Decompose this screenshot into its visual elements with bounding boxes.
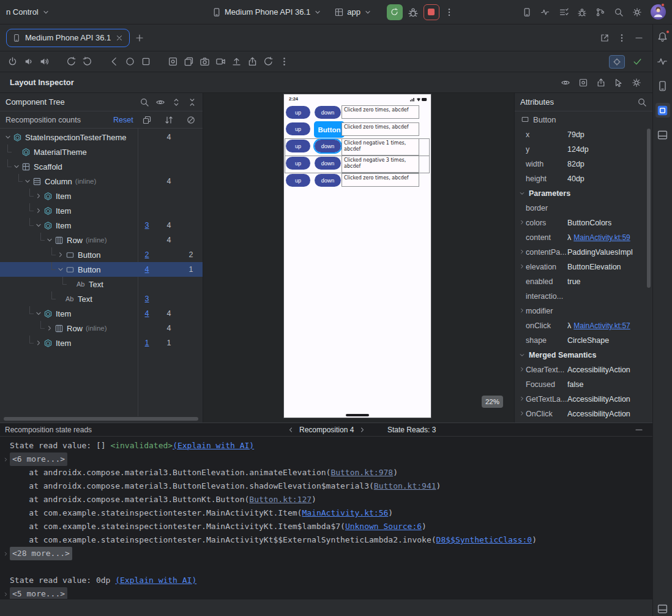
tree-node-item[interactable]: Item34 xyxy=(0,218,203,233)
up-button[interactable]: up xyxy=(286,140,310,152)
power-icon[interactable] xyxy=(7,56,18,67)
tree-node-row[interactable]: Row(inline)4 xyxy=(0,321,203,336)
volume-down-icon[interactable] xyxy=(23,56,34,67)
attr-row-focused[interactable]: Focusedfalse xyxy=(515,377,652,392)
open-in-window-icon[interactable] xyxy=(600,33,610,43)
toolwindow-device-manager-button[interactable] xyxy=(655,78,670,93)
attr-row-onclick[interactable]: onClickλMainActivity.kt:57 xyxy=(515,318,652,333)
sort-counts-icon[interactable] xyxy=(164,115,174,125)
upload-icon[interactable] xyxy=(231,56,242,67)
recomposition-count-link[interactable]: 1 xyxy=(140,336,154,350)
attr-row-border[interactable]: border xyxy=(515,201,652,216)
attr-row-width[interactable]: width82dp xyxy=(515,157,652,171)
tree-node-button[interactable]: Button41 xyxy=(0,262,203,277)
up-button[interactable]: up xyxy=(286,174,310,187)
chevron-down-icon[interactable] xyxy=(45,236,54,244)
expand-icon[interactable] xyxy=(518,307,526,314)
source-location-link[interactable]: Button.kt:978 xyxy=(330,466,393,479)
source-location-link[interactable]: Unknown Source:6 xyxy=(345,520,422,533)
tree-node-text[interactable]: AbText3 xyxy=(0,291,203,306)
recomposition-counts-icon[interactable] xyxy=(142,115,152,125)
expand-fold-icon[interactable] xyxy=(2,550,10,557)
toolwindow-profiler-button[interactable] xyxy=(655,54,670,69)
attr-row-enabled[interactable]: enabledtrue xyxy=(515,274,652,289)
prev-recomposition-icon[interactable] xyxy=(286,426,295,434)
fold-toggle[interactable]: <6 more...> xyxy=(10,453,67,466)
rerun-button[interactable] xyxy=(387,4,403,20)
highlighted-button[interactable]: Button xyxy=(314,121,345,138)
horizontal-scrollbar[interactable] xyxy=(4,417,198,421)
attr-row-gettextla[interactable]: GetTextLa...AccessibilityAction xyxy=(515,392,652,407)
chevron-right-icon[interactable] xyxy=(45,324,54,332)
chevron-right-icon[interactable] xyxy=(34,339,43,347)
source-location-link[interactable]: MainActivity.kt:57 xyxy=(573,321,630,330)
expand-fold-icon[interactable] xyxy=(2,456,10,463)
expand-icon[interactable] xyxy=(518,248,526,255)
attr-row-contentpa[interactable]: contentPa...PaddingValuesImpl xyxy=(515,245,652,260)
gradle-icon[interactable] xyxy=(595,7,605,17)
snapshot-compare-icon[interactable] xyxy=(184,56,194,67)
reset-icon[interactable] xyxy=(263,56,274,67)
rotate-left-icon[interactable] xyxy=(66,56,77,67)
more-options-icon[interactable] xyxy=(617,33,627,43)
up-button[interactable]: up xyxy=(286,106,310,119)
view-options-icon[interactable] xyxy=(561,78,570,88)
tree-node-column[interactable]: Column(inline)4 xyxy=(0,174,203,189)
hide-panel-icon[interactable] xyxy=(634,425,644,435)
toolwindow-tool-window-layout-button[interactable] xyxy=(655,601,670,616)
recomposition-count-link[interactable]: 4 xyxy=(140,306,154,321)
hide-toolwindow-icon[interactable] xyxy=(634,33,644,43)
attr-section-parameters[interactable]: Parameters xyxy=(515,186,652,201)
section-collapse-icon[interactable] xyxy=(518,190,526,197)
inspector-settings-icon[interactable] xyxy=(632,78,641,88)
collapse-all-icon[interactable] xyxy=(187,97,197,107)
chevron-down-icon[interactable] xyxy=(4,133,12,141)
attr-row-elevation[interactable]: elevationButtonElevation xyxy=(515,260,652,274)
fold-toggle[interactable]: <5 more...> xyxy=(10,587,67,599)
attr-row-interactio[interactable]: interactio... xyxy=(515,289,652,304)
device-selector[interactable]: Medium Phone API 36.1 xyxy=(208,5,326,20)
next-recomposition-icon[interactable] xyxy=(358,426,367,434)
vertical-scrollbar[interactable] xyxy=(647,129,651,288)
source-location-link[interactable]: MainActivity.kt:56 xyxy=(302,506,388,520)
visibility-icon[interactable] xyxy=(155,97,165,107)
chevron-down-icon[interactable] xyxy=(56,265,65,274)
rotate-right-icon[interactable] xyxy=(82,56,92,67)
user-avatar[interactable] xyxy=(651,4,666,20)
down-button-selected[interactable]: down xyxy=(315,140,341,152)
attr-row-content[interactable]: contentλMainActivity.kt:59 xyxy=(515,230,652,245)
expand-icon[interactable] xyxy=(518,219,526,226)
expand-icon[interactable] xyxy=(518,395,526,402)
chevron-down-icon[interactable] xyxy=(34,221,43,230)
attr-row-y[interactable]: y124dp xyxy=(515,142,652,157)
attr-expand-toggle[interactable] xyxy=(518,410,526,419)
source-location-link[interactable]: MainActivity.kt:59 xyxy=(573,233,630,242)
export-snapshot-icon[interactable] xyxy=(596,78,606,88)
stop-button[interactable] xyxy=(424,4,439,20)
tree-node-materialtheme[interactable]: MaterialTheme xyxy=(0,145,203,159)
back-icon[interactable] xyxy=(109,56,119,67)
attr-row-shape[interactable]: shapeCircleShape xyxy=(515,333,652,348)
toolwindow-notifications-button[interactable] xyxy=(655,29,670,44)
expand-icon[interactable] xyxy=(518,366,526,373)
record-video-icon[interactable] xyxy=(215,56,226,67)
settings-icon[interactable] xyxy=(632,7,642,17)
more-icon[interactable] xyxy=(279,56,289,67)
debug-icon[interactable] xyxy=(408,7,419,18)
tree-node-item[interactable]: Item xyxy=(0,203,203,218)
fold-toggle[interactable]: <28 more...> xyxy=(10,547,72,560)
chevron-right-icon[interactable] xyxy=(34,206,43,215)
chevron-right-icon[interactable] xyxy=(34,192,43,200)
down-button[interactable]: down xyxy=(315,106,341,119)
attr-row-cleartext[interactable]: ClearText...AccessibilityAction xyxy=(515,362,652,377)
tree-node-button[interactable]: Button22 xyxy=(0,247,203,262)
attr-row-modifier[interactable]: modifier xyxy=(515,304,652,318)
volume-up-icon[interactable] xyxy=(39,56,50,67)
chevron-down-icon[interactable] xyxy=(34,309,43,318)
attr-row-onclick[interactable]: OnClickAccessibilityAction xyxy=(515,407,652,421)
toolwindow-layout-inspector-button[interactable] xyxy=(655,103,670,118)
expand-icon[interactable] xyxy=(518,410,526,417)
attr-row-colors[interactable]: colorsButtonColors xyxy=(515,216,652,230)
chevron-down-icon[interactable] xyxy=(23,177,32,186)
app-insights-icon[interactable] xyxy=(577,7,587,17)
